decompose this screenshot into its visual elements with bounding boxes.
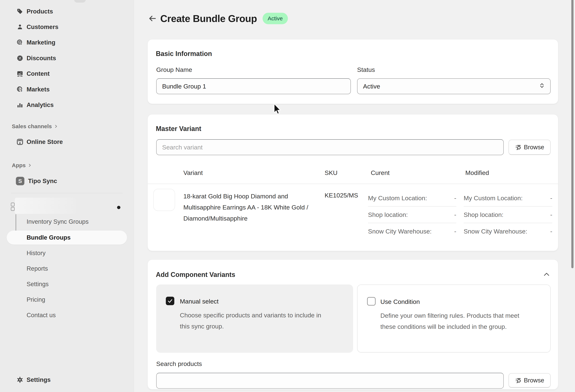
collapse-section-button[interactable]: [543, 270, 551, 279]
sidebar-item-settings[interactable]: Settings: [0, 372, 134, 388]
bar-chart-icon: [16, 101, 24, 109]
location-value: -: [550, 195, 552, 202]
use-condition-option-card[interactable]: Use Condition Define your own filtering …: [357, 285, 551, 352]
table-header-divider: [148, 184, 558, 184]
search-list-icon: [515, 377, 522, 384]
sidebar-scroll-fragment: [74, 0, 86, 2]
vertical-scrollbar[interactable]: [571, 0, 574, 268]
discount-badge-icon: [16, 54, 24, 62]
browse-products-button[interactable]: Browse: [508, 373, 551, 388]
location-label: Snow City Warehouse:: [368, 228, 432, 235]
sidebar-item-content[interactable]: Content: [0, 66, 134, 81]
location-value: -: [454, 211, 456, 218]
search-variant-input[interactable]: [156, 139, 504, 155]
chevron-right-icon: [27, 163, 32, 168]
apps-label: Apps: [12, 162, 26, 169]
chevron-up-icon: [543, 270, 551, 279]
variant-sku: KE1025/MS: [325, 192, 358, 199]
column-header-sku: SKU: [325, 169, 337, 176]
manual-select-description: Choose specific products and variants to…: [180, 310, 324, 332]
sidebar-item-settings-app[interactable]: Settings: [26, 276, 48, 292]
manual-select-checkbox[interactable]: [166, 297, 174, 305]
sidebar-item-bundle-groups-active[interactable]: Bundle Groups: [7, 231, 127, 245]
redacted-app-name[interactable]: [15, 198, 76, 214]
current-locations: My Custom Location: - Shop location: - S…: [368, 190, 456, 239]
variant-title: 18-karat Gold Big Hoop Diamond and Multi…: [183, 191, 314, 224]
location-value: -: [550, 211, 552, 218]
sidebar-item-markets[interactable]: $ Markets: [0, 82, 134, 97]
use-condition-description: Define your own filtering rules. Product…: [380, 310, 528, 332]
sidebar-item-label: Marketing: [26, 35, 55, 50]
sidebar-item-inventory-sync-groups[interactable]: Inventory Sync Groups: [26, 214, 89, 229]
picture-icon: [16, 70, 24, 77]
browse-button-label: Browse: [524, 377, 544, 384]
sidebar-item-label: Tipo Sync: [28, 173, 57, 189]
sidebar-item-label: Content: [26, 66, 50, 81]
sidebar-item-contact-us[interactable]: Contact us: [26, 307, 56, 323]
sidebar-item-customers[interactable]: Customers: [0, 19, 134, 35]
location-row: Snow City Warehouse: -: [464, 223, 552, 239]
sidebar-item-marketing[interactable]: Marketing: [0, 35, 134, 50]
chevron-right-icon: [54, 124, 58, 129]
sidebar-item-label: Markets: [26, 82, 50, 97]
sidebar-item-tipo-sync[interactable]: S Tipo Sync: [0, 173, 134, 189]
arrow-left-icon: [148, 14, 157, 23]
status-badge: Active: [263, 13, 288, 24]
notification-dot: [117, 206, 120, 209]
sidebar-item-products[interactable]: Products: [0, 4, 134, 19]
sidebar-item-analytics[interactable]: Analytics: [0, 97, 134, 113]
location-label: Snow City Warehouse:: [464, 228, 527, 235]
status-select[interactable]: Active: [357, 78, 551, 94]
back-button[interactable]: [148, 14, 157, 23]
page-header: Create Bundle Group Active: [148, 12, 288, 25]
column-header-variant: Variant: [183, 169, 203, 176]
gear-icon: [16, 376, 24, 384]
search-products-label: Search products: [156, 360, 202, 368]
sidebar-item-pricing[interactable]: Pricing: [26, 292, 45, 307]
location-label: My Custom Location:: [464, 195, 523, 202]
sidebar-item-label: Discounts: [26, 50, 56, 66]
group-name-input[interactable]: [156, 78, 351, 94]
search-products-input[interactable]: [156, 373, 504, 389]
sidebar-section-sales-channels[interactable]: Sales channels: [12, 121, 58, 131]
use-condition-label: Use Condition: [380, 298, 420, 305]
sales-channels-label: Sales channels: [12, 123, 52, 129]
sidebar-item-label: Bundle Groups: [26, 231, 71, 245]
sidebar-item-reports[interactable]: Reports: [26, 261, 48, 276]
use-condition-checkbox[interactable]: [367, 297, 376, 306]
sidebar-item-label: Products: [26, 4, 53, 19]
location-row: My Custom Location: -: [464, 190, 552, 206]
sidebar-item-history[interactable]: History: [26, 245, 46, 261]
section-heading: Master Variant: [156, 125, 201, 133]
group-name-label: Group Name: [156, 66, 192, 73]
sidebar-divider: [11, 193, 123, 193]
sidebar-section-apps[interactable]: Apps: [12, 160, 32, 171]
modified-locations: My Custom Location: - Shop location: - S…: [464, 190, 552, 239]
status-label: Status: [357, 66, 375, 73]
sidebar-item-online-store[interactable]: Online Store: [0, 134, 134, 150]
target-cursor-icon: [16, 39, 24, 46]
location-label: Shop location:: [464, 211, 503, 218]
column-header-modified: Modified: [465, 169, 489, 176]
svg-text:$: $: [21, 89, 22, 92]
master-variant-card: Master Variant Browse Variant SKU Curent…: [148, 115, 558, 251]
page-title: Create Bundle Group: [160, 13, 257, 24]
sidebar-item-label: Customers: [26, 19, 58, 35]
sidebar-item-label: Settings: [26, 372, 50, 388]
storefront-icon: [16, 138, 24, 146]
checkmark-icon: [167, 298, 173, 304]
location-row: My Custom Location: -: [368, 190, 456, 206]
globe-dollar-icon: $: [16, 86, 24, 93]
sidebar: Products Customers Marketing Discounts C: [0, 0, 134, 392]
manual-select-option-card[interactable]: Manual select Choose specific products a…: [156, 285, 353, 352]
manual-select-label: Manual select: [180, 298, 219, 305]
sidebar-item-label: Analytics: [26, 97, 54, 113]
person-icon: [16, 23, 24, 31]
sidebar-item-discounts[interactable]: Discounts: [0, 50, 134, 66]
browse-variant-button[interactable]: Browse: [508, 140, 551, 155]
browse-button-label: Browse: [524, 144, 544, 151]
location-row: Shop location: -: [368, 207, 456, 223]
search-list-icon: [515, 144, 522, 150]
add-component-variants-card: Add Component Variants Manual select Cho…: [148, 260, 558, 390]
section-heading: Add Component Variants: [156, 271, 235, 279]
